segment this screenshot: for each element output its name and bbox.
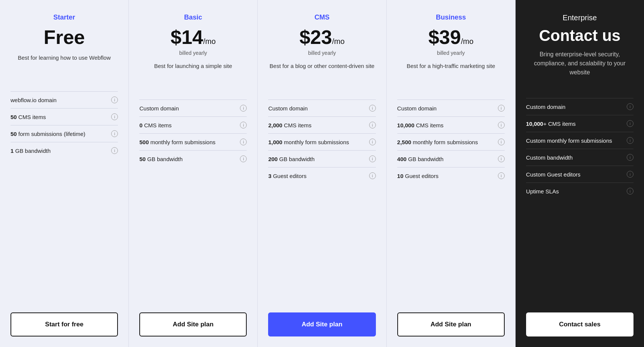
feature-text: 50 GB bandwidth bbox=[139, 156, 237, 162]
feature-text: Custom domain bbox=[139, 105, 237, 112]
plan-col-business: Business$39/mobilled yearlyBest for a hi… bbox=[387, 0, 516, 347]
info-icon[interactable]: i bbox=[111, 147, 118, 154]
feature-text: 400 GB bandwidth bbox=[397, 156, 495, 162]
feature-text: Custom domain bbox=[526, 104, 624, 110]
feature-row: Custom bandwidthi bbox=[526, 149, 633, 166]
price-amount-enterprise: Contact us bbox=[526, 27, 633, 45]
feature-text: 2,000 CMS items bbox=[268, 122, 366, 128]
feature-text: 50 form submissions (lifetime) bbox=[11, 131, 108, 137]
feature-text: Uptime SLAs bbox=[526, 188, 624, 195]
feature-row: Custom domaini bbox=[268, 100, 376, 116]
price-amount-business: $39 bbox=[428, 26, 461, 48]
feature-text: 0 CMS items bbox=[139, 122, 237, 128]
plan-button-enterprise[interactable]: Contact sales bbox=[526, 312, 633, 336]
info-icon[interactable]: i bbox=[627, 154, 633, 161]
feature-row: Uptime SLAsi bbox=[526, 183, 633, 199]
feature-text: 1 GB bandwidth bbox=[11, 148, 108, 154]
feature-row: 50 CMS itemsi bbox=[11, 108, 118, 125]
info-icon[interactable]: i bbox=[369, 105, 376, 112]
billed-note-basic: billed yearly bbox=[139, 50, 247, 56]
feature-row: 200 GB bandwidthi bbox=[268, 150, 376, 167]
info-icon[interactable]: i bbox=[498, 172, 505, 179]
plan-name-enterprise: Enterprise bbox=[526, 14, 633, 22]
feature-row: 2,500 monthly form submissionsi bbox=[397, 133, 505, 150]
price-amount-cms: $23 bbox=[299, 26, 332, 48]
plan-desc-cms: Best for a blog or other content-driven … bbox=[268, 62, 376, 89]
plan-price-starter: Free bbox=[11, 26, 118, 48]
plan-name-cms: CMS bbox=[268, 14, 376, 21]
feature-text: Custom domain bbox=[268, 105, 366, 112]
features-list-business: Custom domaini10,000 CMS itemsi2,500 mon… bbox=[397, 100, 505, 303]
info-icon[interactable]: i bbox=[369, 122, 376, 128]
features-list-basic: Custom domaini0 CMS itemsi500 monthly fo… bbox=[139, 100, 247, 303]
feature-text: Custom monthly form submissions bbox=[526, 137, 624, 144]
feature-row: 3 Guest editorsi bbox=[268, 167, 376, 184]
plan-col-enterprise: EnterpriseContact usBring enterprise-lev… bbox=[516, 0, 644, 347]
info-icon[interactable]: i bbox=[498, 139, 505, 145]
price-amount-starter: Free bbox=[11, 26, 118, 48]
billed-note-business: billed yearly bbox=[397, 50, 505, 56]
plan-button-cms[interactable]: Add Site plan bbox=[268, 312, 376, 336]
feature-text: 2,500 monthly form submissions bbox=[397, 139, 495, 145]
info-icon[interactable]: i bbox=[369, 139, 376, 145]
feature-text: Custom Guest editors bbox=[526, 171, 624, 178]
feature-row: 1 GB bandwidthi bbox=[11, 142, 118, 159]
price-period-business: /mo bbox=[461, 37, 473, 45]
info-icon[interactable]: i bbox=[498, 122, 505, 128]
plan-desc-starter: Best for learning how to use Webflow bbox=[11, 54, 118, 81]
price-period-basic: /mo bbox=[203, 37, 216, 45]
plan-name-business: Business bbox=[397, 14, 505, 21]
feature-text: 50 CMS items bbox=[11, 114, 108, 120]
plan-price-basic: $14/mo bbox=[139, 26, 247, 48]
plan-button-starter[interactable]: Start for free bbox=[11, 312, 118, 336]
feature-row: Custom domaini bbox=[397, 100, 505, 116]
plan-price-cms: $23/mo bbox=[268, 26, 376, 48]
plan-name-basic: Basic bbox=[139, 14, 247, 21]
info-icon[interactable]: i bbox=[627, 171, 633, 178]
feature-row: 10,000+ CMS itemsi bbox=[526, 115, 633, 132]
plan-desc-enterprise: Bring enterprise-level security, complia… bbox=[526, 50, 633, 88]
billed-note-cms: billed yearly bbox=[268, 50, 376, 56]
feature-row: Custom Guest editorsi bbox=[526, 166, 633, 183]
plan-desc-basic: Best for launching a simple site bbox=[139, 62, 247, 89]
feature-row: Custom domaini bbox=[139, 100, 247, 116]
plan-button-business[interactable]: Add Site plan bbox=[397, 312, 505, 336]
feature-row: 50 form submissions (lifetime)i bbox=[11, 125, 118, 142]
feature-row: 10 Guest editorsi bbox=[397, 167, 505, 184]
info-icon[interactable]: i bbox=[240, 139, 247, 145]
info-icon[interactable]: i bbox=[240, 122, 247, 128]
feature-row: 2,000 CMS itemsi bbox=[268, 116, 376, 133]
feature-text: 3 Guest editors bbox=[268, 173, 366, 179]
feature-row: Custom domaini bbox=[526, 98, 633, 115]
info-icon[interactable]: i bbox=[627, 120, 633, 127]
feature-text: 200 GB bandwidth bbox=[268, 156, 366, 162]
feature-row: 400 GB bandwidthi bbox=[397, 150, 505, 167]
info-icon[interactable]: i bbox=[627, 188, 633, 195]
info-icon[interactable]: i bbox=[240, 105, 247, 112]
feature-row: 500 monthly form submissionsi bbox=[139, 133, 247, 150]
feature-text: 10,000 CMS items bbox=[397, 122, 495, 128]
info-icon[interactable]: i bbox=[627, 103, 633, 110]
feature-text: Custom domain bbox=[397, 105, 495, 112]
info-icon[interactable]: i bbox=[498, 105, 505, 112]
info-icon[interactable]: i bbox=[369, 155, 376, 162]
price-period-cms: /mo bbox=[332, 37, 344, 45]
info-icon[interactable]: i bbox=[240, 155, 247, 162]
info-icon[interactable]: i bbox=[111, 113, 118, 120]
feature-text: 500 monthly form submissions bbox=[139, 139, 237, 145]
features-list-starter: webflow.io domaini50 CMS itemsi50 form s… bbox=[11, 91, 118, 303]
feature-text: 10 Guest editors bbox=[397, 173, 495, 179]
info-icon[interactable]: i bbox=[498, 155, 505, 162]
feature-text: 1,000 monthly form submissions bbox=[268, 139, 366, 145]
info-icon[interactable]: i bbox=[369, 172, 376, 179]
plan-button-basic[interactable]: Add Site plan bbox=[139, 312, 247, 336]
info-icon[interactable]: i bbox=[111, 97, 118, 103]
pricing-table: StarterFreeBest for learning how to use … bbox=[0, 0, 644, 347]
feature-text: 10,000+ CMS items bbox=[526, 121, 624, 127]
feature-row: 50 GB bandwidthi bbox=[139, 150, 247, 167]
info-icon[interactable]: i bbox=[627, 137, 633, 144]
plan-price-business: $39/mo bbox=[397, 26, 505, 48]
info-icon[interactable]: i bbox=[111, 130, 118, 137]
feature-row: Custom monthly form submissionsi bbox=[526, 132, 633, 149]
plan-col-cms: CMS$23/mobilled yearlyBest for a blog or… bbox=[258, 0, 386, 347]
